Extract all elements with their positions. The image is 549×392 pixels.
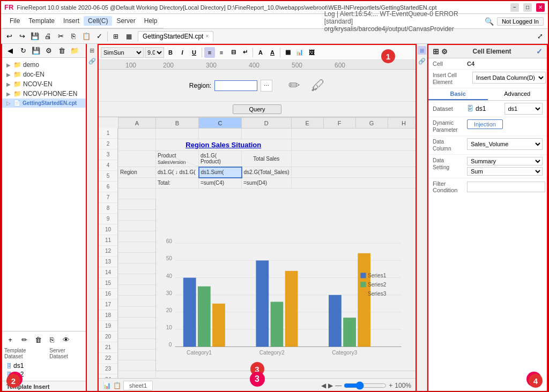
font-size-selector[interactable]: 9.0 bbox=[145, 47, 164, 58]
scissors-btn[interactable]: ✂ bbox=[55, 31, 66, 42]
active-tab[interactable]: GettingStartedEN.cpt × bbox=[138, 31, 213, 42]
cell-b4[interactable]: ds1.G( ↓ ds1.G( bbox=[156, 167, 199, 178]
underline-btn[interactable]: U bbox=[189, 47, 199, 58]
cell-a17[interactable] bbox=[118, 306, 156, 317]
italic-btn[interactable]: I bbox=[177, 47, 188, 58]
vert-tab-grid[interactable]: ⊞ bbox=[88, 46, 97, 55]
cell-a8[interactable] bbox=[118, 210, 156, 221]
col-header-a[interactable]: A bbox=[118, 118, 156, 129]
cell-a6[interactable] bbox=[118, 189, 156, 199]
zoom-slider[interactable] bbox=[344, 381, 387, 390]
cell-a15[interactable] bbox=[118, 285, 156, 296]
menu-template[interactable]: Template bbox=[24, 16, 59, 26]
search-icon[interactable]: 🔍 bbox=[485, 17, 494, 26]
nav-prev[interactable]: ◀ bbox=[321, 382, 326, 389]
refresh-btn[interactable]: ↻ bbox=[17, 45, 29, 57]
sheet-container[interactable]: 3 1 2 3 4 5 6 7 8 9 10 11 12 13 14 bbox=[99, 117, 416, 392]
undo-btn[interactable]: ↩ bbox=[3, 31, 15, 42]
table-btn[interactable]: ▦ bbox=[123, 31, 135, 42]
sheet-add-icon[interactable]: 📋 bbox=[113, 382, 121, 389]
bg-color-btn[interactable]: A bbox=[255, 47, 266, 58]
rp-dataset-select[interactable]: ds1 ds2 bbox=[505, 103, 543, 115]
close-button[interactable]: ✕ bbox=[536, 3, 545, 12]
grid-icon[interactable]: ⊞ bbox=[433, 47, 439, 56]
cell-e2[interactable] bbox=[291, 139, 416, 151]
cell-a23[interactable] bbox=[118, 371, 156, 379]
rp-tab-advanced[interactable]: Advanced bbox=[488, 88, 547, 100]
back-btn[interactable]: ◀ bbox=[4, 45, 16, 57]
cell-a1[interactable] bbox=[118, 129, 156, 139]
sheet-body[interactable]: A B C D E F G H I bbox=[118, 117, 416, 378]
menu-file[interactable]: File bbox=[5, 16, 24, 26]
align-left-btn[interactable]: ≡ bbox=[204, 47, 215, 58]
rp-filter-input[interactable] bbox=[467, 182, 545, 192]
cell-a9[interactable] bbox=[118, 221, 156, 231]
vert-tab-chain[interactable]: 🔗 bbox=[418, 57, 426, 65]
lp-settings-btn[interactable]: ⚙ bbox=[43, 45, 55, 57]
cell-c4[interactable]: ds1.Sum( bbox=[199, 167, 242, 178]
wrap-btn[interactable]: ↵ bbox=[240, 47, 250, 58]
image-btn[interactable]: 🖼 bbox=[306, 47, 317, 58]
cell-e5[interactable] bbox=[291, 178, 416, 189]
rp-insert-cell-select[interactable]: Insert Data Column(D) bbox=[472, 72, 546, 84]
tree-item-ncov-phone-en[interactable]: ▶ 📁 NCOV-PHONE-EN bbox=[2, 89, 86, 99]
cell-e1[interactable] bbox=[291, 129, 416, 139]
rp-sum-select[interactable]: Sum bbox=[467, 167, 543, 176]
cell-c1[interactable] bbox=[199, 129, 242, 139]
add-ds-btn[interactable]: + bbox=[4, 334, 16, 345]
not-logged-in[interactable]: Not Logged In bbox=[497, 17, 544, 26]
tree-item-ncov-en[interactable]: ▶ 📁 NCOV-EN bbox=[2, 79, 86, 89]
cell-a12[interactable] bbox=[118, 253, 156, 263]
menu-cell[interactable]: Cell(C) bbox=[84, 16, 112, 26]
tree-item-getting-started[interactable]: ▷ 📄 GettingStartedEN.cpt bbox=[2, 99, 86, 108]
cell-a11[interactable] bbox=[118, 242, 156, 253]
cell-a13[interactable] bbox=[118, 263, 156, 274]
align-center-btn[interactable]: ≡ bbox=[216, 47, 227, 58]
redo-btn[interactable]: ↪ bbox=[16, 31, 28, 42]
cell-a14[interactable] bbox=[118, 274, 156, 285]
font-color-btn[interactable]: A bbox=[267, 47, 278, 58]
cell-e3[interactable] bbox=[291, 151, 416, 167]
cell-b5[interactable]: Total: bbox=[156, 178, 199, 189]
cell-a16[interactable] bbox=[118, 296, 156, 306]
check-btn[interactable]: ✓ bbox=[93, 31, 105, 42]
menu-insert[interactable]: Insert bbox=[59, 16, 84, 26]
col-header-d[interactable]: D bbox=[242, 118, 292, 129]
cell-b1[interactable] bbox=[156, 129, 199, 139]
preview-ds-btn[interactable]: 👁 bbox=[60, 334, 72, 345]
sheet-tab[interactable]: sheet1 bbox=[123, 381, 153, 390]
cell-b2[interactable]: Region Sales Situation bbox=[156, 139, 292, 151]
menu-server[interactable]: Server bbox=[112, 16, 139, 26]
settings-icon[interactable]: ⚙ bbox=[441, 48, 448, 56]
region-input[interactable] bbox=[214, 80, 257, 91]
copy-btn[interactable]: ⎘ bbox=[68, 31, 79, 42]
col-header-e[interactable]: E bbox=[291, 118, 323, 129]
rp-data-setting-select[interactable]: Summary bbox=[467, 157, 543, 165]
save-btn[interactable]: 💾 bbox=[29, 31, 41, 42]
cell-a18[interactable] bbox=[118, 317, 156, 328]
print-btn[interactable]: 🖨 bbox=[42, 31, 54, 42]
cell-d1[interactable] bbox=[242, 129, 292, 139]
col-header-h[interactable]: H bbox=[388, 118, 416, 129]
maximize-button[interactable]: □ bbox=[523, 3, 532, 12]
cell-a22[interactable] bbox=[118, 360, 156, 371]
cell-a21[interactable] bbox=[118, 349, 156, 360]
cell-c5[interactable]: =sum(C4) bbox=[199, 178, 242, 189]
close-tab-btn[interactable]: × bbox=[205, 33, 209, 39]
delete-ds-btn[interactable]: 🗑 bbox=[32, 334, 44, 345]
region-browse-btn[interactable]: ⋯ bbox=[261, 80, 272, 92]
cell-a19[interactable] bbox=[118, 328, 156, 338]
rp-data-column-select[interactable]: Sales_Volume bbox=[467, 138, 543, 150]
merge-btn[interactable]: ⊟ bbox=[228, 47, 239, 58]
pen-icon[interactable]: 🖊 bbox=[311, 77, 325, 94]
cell-a2[interactable] bbox=[118, 139, 156, 151]
cell-a10[interactable] bbox=[118, 231, 156, 242]
lp-delete-btn[interactable]: 🗑 bbox=[56, 45, 68, 57]
nav-next[interactable]: ▶ bbox=[328, 382, 333, 389]
rp-tab-basic[interactable]: Basic bbox=[428, 88, 488, 100]
col-header-b[interactable]: B bbox=[156, 118, 199, 129]
minimize-button[interactable]: − bbox=[510, 3, 519, 12]
rp-injection-btn[interactable]: Injection bbox=[467, 119, 503, 129]
col-header-c[interactable]: C bbox=[199, 118, 242, 129]
lp-folder-btn[interactable]: 📁 bbox=[69, 45, 80, 57]
